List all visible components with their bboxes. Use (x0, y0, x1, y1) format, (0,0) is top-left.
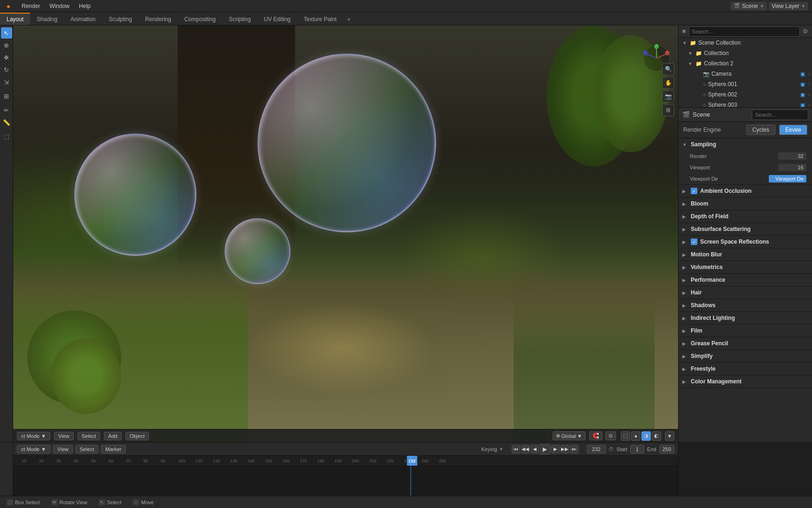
measure-tool[interactable]: 📏 (1, 117, 12, 128)
properties-search[interactable] (752, 110, 808, 120)
shadows-header[interactable]: ▶ Shadows (679, 299, 812, 311)
cursor-tool[interactable]: ⊕ (1, 40, 12, 51)
end-frame-field[interactable]: 250 (659, 445, 674, 453)
outliner-sphere001[interactable]: ○ Sphere.001 ▣ ○ (679, 79, 812, 89)
move-tool[interactable]: ✥ (1, 52, 12, 63)
outliner-sphere003[interactable]: ○ Sphere.003 ▣ ○ (679, 100, 812, 108)
next-keyframe-button[interactable]: ▶▶ (561, 445, 569, 453)
sampling-header[interactable]: ▼ Sampling (679, 138, 812, 151)
scale-tool[interactable]: ⇲ (1, 76, 12, 87)
bloom-header[interactable]: ▶ Bloom (679, 198, 812, 210)
gp-header[interactable]: ▶ Grease Pencil (679, 337, 812, 349)
ao-checkbox[interactable]: ✓ (691, 188, 697, 194)
simplify-header[interactable]: ▶ Simplify (679, 350, 812, 362)
transform-orientation[interactable]: ⊕ Global ▼ (553, 431, 586, 440)
annotate-tool[interactable]: ✏ (1, 104, 12, 116)
render-value[interactable]: 32 (778, 152, 806, 160)
add-menu[interactable]: Add (104, 432, 122, 440)
zoom-icon[interactable]: 🔍 (662, 63, 674, 75)
camera-view-icon[interactable]: 📷 (662, 90, 674, 103)
box-select-status[interactable]: ⬚ Box Select (4, 498, 43, 507)
timeline-mode-selector[interactable]: ct Mode ▼ (17, 445, 50, 453)
move-status[interactable]: ↔ Move (130, 498, 156, 507)
jump-end-button[interactable]: ⏭ (570, 445, 578, 453)
timeline-tracks (13, 466, 678, 496)
material-mode[interactable]: ◑ (641, 431, 651, 441)
prev-frame-button[interactable]: ◀ (531, 445, 539, 453)
keying-dropdown[interactable]: ▼ (499, 447, 503, 452)
outliner-sphere002[interactable]: ○ Sphere.002 ▣ ○ (679, 89, 812, 100)
viewport-value[interactable]: 16 (778, 164, 806, 171)
vol-header[interactable]: ▶ Volumetrics (679, 261, 812, 273)
timeline-ruler[interactable]: 10 20 30 40 50 60 70 80 90 100 110 120 1… (13, 456, 678, 466)
viewport-settings[interactable]: ▼ (665, 431, 674, 441)
tab-compositing[interactable]: Compositing (178, 13, 222, 25)
jump-start-button[interactable]: ⏮ (512, 445, 520, 453)
solid-mode[interactable]: ● (631, 431, 640, 441)
tab-sculpting[interactable]: Sculpting (102, 13, 138, 25)
eevee-button[interactable]: Eevee (779, 125, 807, 135)
cycles-button[interactable]: Cycles (746, 125, 775, 135)
menu-window[interactable]: Window (45, 0, 74, 12)
add-workspace-button[interactable]: + (343, 14, 354, 25)
tab-uv-editing[interactable]: UV Editing (258, 13, 297, 25)
outliner-camera[interactable]: 📷 Camera ▣ ○ (679, 69, 812, 79)
scene-selector[interactable]: 🎬 Scene ▼ (731, 2, 767, 10)
tab-scripting[interactable]: Scripting (222, 13, 258, 25)
proportional-edit[interactable]: ⊙ (605, 431, 616, 440)
timeline-marker-menu[interactable]: Marker (101, 445, 125, 453)
transform-tool[interactable]: ⊞ (1, 90, 12, 102)
tab-animation[interactable]: Animation (64, 13, 102, 25)
timeline-select-menu[interactable]: Select (76, 445, 99, 453)
current-frame-field[interactable]: 232 (587, 445, 606, 453)
ruler-mark-250: 250 (439, 459, 446, 463)
tab-layout[interactable]: Layout (0, 13, 30, 25)
viewport-denoising-value[interactable]: Viewport De (769, 175, 806, 183)
menu-render[interactable]: Render (17, 0, 45, 12)
cm-header[interactable]: ▶ Color Management (679, 375, 812, 388)
select-status[interactable]: ↖ Select (96, 498, 125, 507)
select-menu[interactable]: Select (78, 432, 101, 440)
select-mode-dropdown[interactable]: ct Mode ▼ (17, 432, 50, 440)
outliner-filter-icon[interactable]: ⚙ (803, 28, 808, 35)
camera-icon: 📷 (703, 71, 710, 77)
hair-header[interactable]: ▶ Hair (679, 286, 812, 299)
play-button[interactable]: ▶ (540, 444, 550, 454)
film-header[interactable]: ▶ Film (679, 325, 812, 337)
mb-header[interactable]: ▶ Motion Blur (679, 248, 812, 261)
outliner-scene-collection[interactable]: ▼ 📁 Scene Collection (679, 38, 812, 48)
dof-header[interactable]: ▶ Depth of Field (679, 210, 812, 222)
add-cube-tool[interactable]: ⬚ (1, 131, 12, 142)
snapping-toggle[interactable]: 🧲 (589, 431, 602, 440)
tab-shading[interactable]: Shading (30, 13, 64, 25)
outliner-collection2[interactable]: ▼ 📁 Collection 2 (679, 58, 812, 69)
ssr-checkbox[interactable]: ✓ (691, 238, 697, 245)
view-menu[interactable]: View (54, 432, 74, 440)
il-header[interactable]: ▶ Indirect Lighting (679, 312, 812, 324)
freestyle-header[interactable]: ▶ Freestyle (679, 363, 812, 375)
start-frame-field[interactable]: 1 (630, 445, 644, 453)
wireframe-mode[interactable]: ⬚ (621, 431, 630, 441)
rotate-view-status[interactable]: ⟳ Rotate View (48, 498, 90, 507)
perf-header[interactable]: ▶ Performance (679, 274, 812, 286)
view-layer-selector[interactable]: View Layer ▼ (769, 2, 808, 10)
rotate-tool[interactable]: ↻ (1, 64, 12, 75)
grid-icon[interactable]: ⊞ (662, 104, 674, 116)
outliner-search[interactable] (689, 26, 800, 37)
viewport[interactable]: Y X Z 🔍 ✋ 📷 ⊞ ct Mode ▼ View Select Add (13, 25, 678, 442)
tab-texture-paint[interactable]: Texture Paint (297, 13, 343, 25)
outliner-collection[interactable]: ▼ 📁 Collection (679, 48, 812, 58)
viewport-header (13, 25, 678, 40)
timeline-view-menu[interactable]: View (53, 445, 73, 453)
hand-icon[interactable]: ✋ (662, 77, 674, 89)
tab-rendering[interactable]: Rendering (139, 13, 178, 25)
ssr-header[interactable]: ▶ ✓ Screen Space Reflections (679, 236, 812, 248)
object-menu[interactable]: Object (125, 432, 149, 440)
render-mode[interactable]: ◐ (652, 431, 661, 441)
sss-header[interactable]: ▶ Subsurface Scattering (679, 223, 812, 235)
select-tool[interactable]: ↖ (1, 27, 12, 39)
next-frame-button[interactable]: ▶ (551, 445, 560, 453)
prev-keyframe-button[interactable]: ◀◀ (521, 445, 530, 453)
ao-header[interactable]: ▶ ✓ Ambient Occlusion (679, 185, 812, 197)
menu-help[interactable]: Help (74, 0, 95, 12)
